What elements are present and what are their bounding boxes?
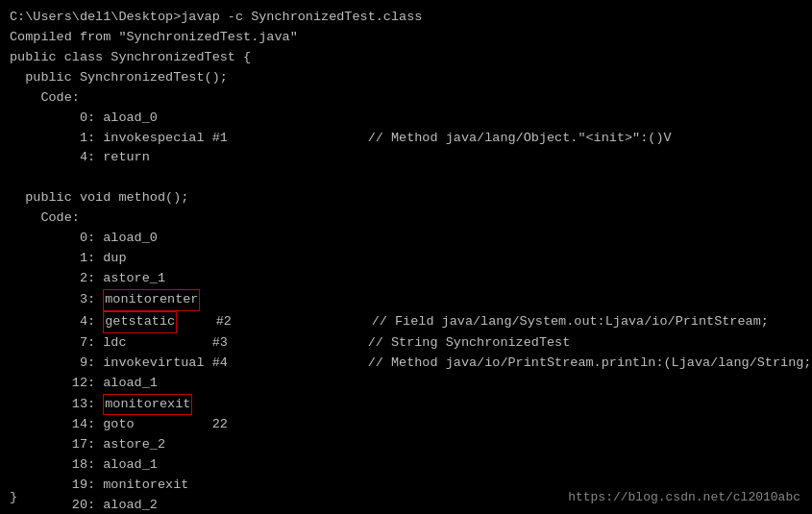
m13-line: 13: monitorexit — [10, 394, 802, 416]
compiled-line: Compiled from "SynchronizedTest.java" — [10, 28, 802, 48]
code2-line: Code: — [10, 208, 802, 229]
m0-line: 0: aload_0 — [10, 229, 802, 249]
monitorexit-highlight: monitorexit — [103, 394, 192, 416]
monitorenter-highlight: monitorenter — [103, 289, 200, 311]
m17-line: 17: astore_2 — [10, 435, 802, 455]
method-line: public void method(); — [10, 188, 802, 208]
code1-line: Code: — [10, 88, 802, 109]
m4-line: 4: getstatic #2 // Field java/lang/Syste… — [10, 311, 802, 333]
m12-line: 12: aload_1 — [10, 374, 802, 394]
constructor-line: public SynchronizedTest(); — [10, 68, 802, 88]
closing-brace: } — [10, 490, 17, 504]
m14-line: 14: goto 22 — [10, 415, 802, 435]
terminal-window: C:\Users\del1\Desktop>javap -c Synchroni… — [0, 0, 812, 514]
class-decl-line: public class SynchronizedTest { — [10, 48, 802, 68]
getstatic-highlight: getstatic — [103, 311, 177, 333]
m1-line: 1: dup — [10, 249, 802, 269]
blank1 — [10, 168, 802, 188]
cmd-line: C:\Users\del1\Desktop>javap -c Synchroni… — [10, 8, 802, 28]
m18-line: 18: aload_1 — [10, 455, 802, 476]
m7-line: 7: ldc #3 // String SynchronizedTest — [10, 333, 802, 354]
m2-line: 2: astore_1 — [10, 269, 802, 289]
line0: 0: aload_0 — [10, 109, 802, 129]
m9-line: 9: invokevirtual #4 // Method java/io/Pr… — [10, 354, 802, 374]
line1: 1: invokespecial #1 // Method java/lang/… — [10, 129, 802, 149]
watermark: https://blog.csdn.net/cl2010abc — [568, 490, 800, 504]
m3-line: 3: monitorenter — [10, 289, 802, 311]
line4: 4: return — [10, 148, 802, 168]
